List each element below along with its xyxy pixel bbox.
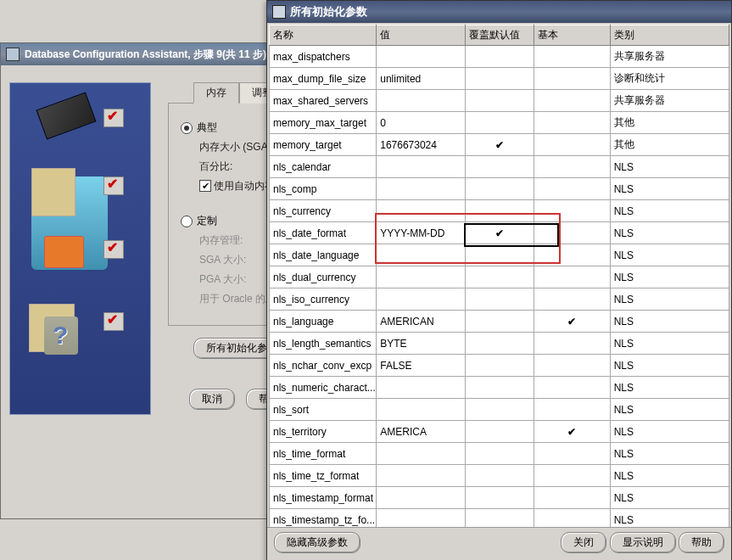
cell-override[interactable] bbox=[466, 421, 534, 443]
table-row[interactable]: nls_numeric_charact...NLS bbox=[270, 377, 729, 399]
cell-value[interactable]: FALSE bbox=[377, 355, 466, 377]
table-row[interactable]: nls_nchar_conv_excpFALSENLS bbox=[270, 355, 729, 377]
cell-override[interactable] bbox=[466, 377, 534, 399]
show-desc-button[interactable]: 显示说明 bbox=[610, 532, 676, 553]
cell-value[interactable] bbox=[377, 156, 466, 178]
cell-value[interactable] bbox=[377, 178, 466, 200]
cell-value[interactable] bbox=[377, 266, 466, 288]
cell-basic[interactable] bbox=[534, 134, 610, 156]
tab-memory[interactable]: 内存 bbox=[193, 82, 239, 104]
table-row[interactable]: max_dispatchers共享服务器 bbox=[270, 46, 729, 68]
cell-basic[interactable] bbox=[534, 355, 610, 377]
close-button[interactable]: 关闭 bbox=[561, 532, 606, 553]
cell-override[interactable] bbox=[466, 112, 534, 134]
cell-basic[interactable] bbox=[534, 244, 610, 266]
cell-override[interactable] bbox=[466, 200, 534, 222]
typical-radio[interactable] bbox=[181, 122, 193, 134]
cell-basic[interactable] bbox=[534, 333, 610, 355]
cell-override[interactable] bbox=[466, 355, 534, 377]
col-basic[interactable]: 基本 bbox=[534, 25, 610, 46]
table-row[interactable]: max_shared_servers共享服务器 bbox=[270, 90, 729, 112]
table-row[interactable]: nls_time_tz_formatNLS bbox=[270, 465, 729, 487]
table-row[interactable]: memory_target1676673024✔其他 bbox=[270, 134, 729, 156]
table-row[interactable]: nls_length_semanticsBYTENLS bbox=[270, 333, 729, 355]
cell-basic[interactable] bbox=[534, 46, 610, 68]
cell-override[interactable] bbox=[466, 288, 534, 311]
table-row[interactable]: nls_iso_currencyNLS bbox=[270, 288, 729, 311]
cell-value[interactable]: AMERICAN bbox=[377, 311, 466, 333]
cell-value[interactable]: 0 bbox=[377, 112, 466, 134]
cell-basic[interactable] bbox=[534, 377, 610, 399]
cell-basic[interactable] bbox=[534, 200, 610, 222]
dialog-help-button[interactable]: 帮助 bbox=[679, 532, 724, 553]
cell-override[interactable] bbox=[466, 68, 534, 90]
cell-value[interactable] bbox=[377, 46, 466, 68]
cell-value[interactable] bbox=[377, 90, 466, 112]
table-row[interactable]: memory_max_target0其他 bbox=[270, 112, 729, 134]
hide-advanced-button[interactable]: 隐藏高级参数 bbox=[274, 532, 360, 553]
cell-override[interactable] bbox=[466, 465, 534, 487]
cell-basic[interactable] bbox=[534, 288, 610, 311]
cell-basic[interactable]: ✔ bbox=[534, 311, 610, 333]
cell-value[interactable] bbox=[377, 509, 466, 529]
cell-value[interactable] bbox=[377, 200, 466, 222]
cell-override[interactable] bbox=[466, 266, 534, 288]
table-row[interactable]: nls_sortNLS bbox=[270, 399, 729, 421]
cell-value[interactable]: unlimited bbox=[377, 68, 466, 90]
cell-value[interactable] bbox=[377, 377, 466, 399]
cell-basic[interactable] bbox=[534, 156, 610, 178]
cell-basic[interactable] bbox=[534, 112, 610, 134]
cell-value[interactable]: 1676673024 bbox=[377, 134, 466, 156]
cell-override[interactable]: ✔ bbox=[466, 134, 534, 156]
table-row[interactable]: nls_timestamp_tz_fo...NLS bbox=[270, 509, 729, 529]
cell-override[interactable] bbox=[466, 399, 534, 421]
cell-value[interactable] bbox=[377, 487, 466, 509]
custom-radio[interactable] bbox=[181, 216, 193, 227]
cell-override[interactable] bbox=[466, 46, 534, 68]
cell-value[interactable] bbox=[377, 288, 466, 311]
cell-override[interactable] bbox=[466, 487, 534, 509]
cell-value[interactable]: BYTE bbox=[377, 333, 466, 355]
table-row[interactable]: nls_languageAMERICAN✔NLS bbox=[270, 311, 729, 333]
cell-basic[interactable]: ✔ bbox=[534, 421, 610, 443]
cell-basic[interactable] bbox=[534, 90, 610, 112]
table-row[interactable]: nls_timestamp_formatNLS bbox=[270, 487, 729, 509]
cell-override[interactable] bbox=[466, 509, 534, 529]
table-row[interactable]: nls_territoryAMERICA✔NLS bbox=[270, 421, 729, 443]
cell-basic[interactable] bbox=[534, 266, 610, 288]
cell-basic[interactable] bbox=[534, 222, 610, 244]
cell-override[interactable] bbox=[466, 156, 534, 178]
cell-basic[interactable] bbox=[534, 178, 610, 200]
table-row[interactable]: nls_date_formatYYYY-MM-DD✔NLS bbox=[270, 222, 729, 244]
col-override[interactable]: 覆盖默认值 bbox=[466, 25, 534, 46]
cell-basic[interactable] bbox=[534, 509, 610, 529]
auto-mem-checkbox[interactable] bbox=[199, 180, 211, 192]
cell-basic[interactable] bbox=[534, 399, 610, 421]
cell-basic[interactable] bbox=[534, 443, 610, 465]
col-category[interactable]: 类别 bbox=[610, 25, 729, 46]
col-name[interactable]: 名称 bbox=[270, 25, 377, 46]
cell-basic[interactable] bbox=[534, 68, 610, 90]
cell-value[interactable] bbox=[377, 244, 466, 266]
table-row[interactable]: nls_compNLS bbox=[270, 178, 729, 200]
cell-override[interactable] bbox=[466, 244, 534, 266]
cell-override[interactable] bbox=[466, 443, 534, 465]
table-row[interactable]: nls_date_languageNLS bbox=[270, 244, 729, 266]
cancel-button[interactable]: 取消 bbox=[189, 389, 235, 410]
cell-basic[interactable] bbox=[534, 487, 610, 509]
table-row[interactable]: max_dump_file_sizeunlimited诊断和统计 bbox=[270, 68, 729, 90]
cell-override[interactable] bbox=[466, 178, 534, 200]
col-value[interactable]: 值 bbox=[377, 25, 466, 46]
table-row[interactable]: nls_currencyNLS bbox=[270, 200, 729, 222]
cell-override[interactable] bbox=[466, 90, 534, 112]
table-row[interactable]: nls_time_formatNLS bbox=[270, 443, 729, 465]
cell-value[interactable]: AMERICA bbox=[377, 421, 466, 443]
cell-override[interactable] bbox=[466, 333, 534, 355]
cell-value[interactable]: YYYY-MM-DD bbox=[377, 222, 466, 244]
table-row[interactable]: nls_dual_currencyNLS bbox=[270, 266, 729, 288]
cell-override[interactable] bbox=[466, 311, 534, 333]
cell-basic[interactable] bbox=[534, 465, 610, 487]
cell-override[interactable]: ✔ bbox=[466, 222, 534, 244]
cell-value[interactable] bbox=[377, 399, 466, 421]
table-row[interactable]: nls_calendarNLS bbox=[270, 156, 729, 178]
